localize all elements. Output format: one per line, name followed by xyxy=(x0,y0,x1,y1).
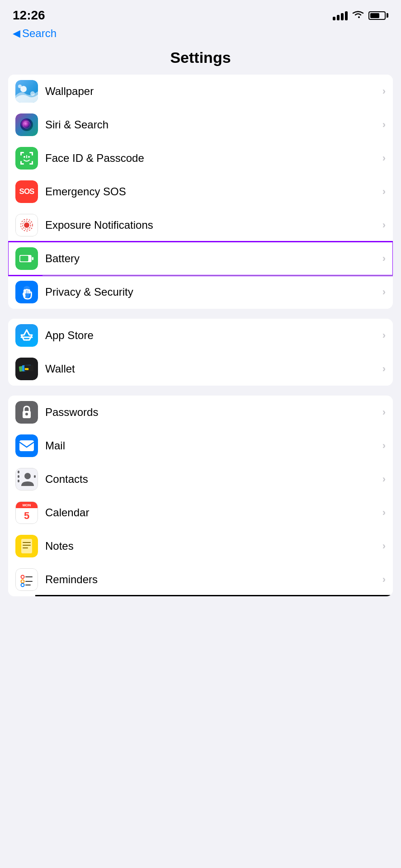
svg-rect-35 xyxy=(34,475,36,478)
calendar-icon: MON 5 xyxy=(15,501,38,524)
sos-icon: SOS xyxy=(15,180,38,203)
svg-rect-21 xyxy=(20,256,28,261)
contacts-chevron-icon: › xyxy=(382,473,386,485)
notes-chevron-icon: › xyxy=(382,540,386,552)
back-chevron-icon: ◀ xyxy=(13,28,20,39)
appstore-icon xyxy=(15,324,38,347)
page-title: Settings xyxy=(0,43,401,75)
calendar-icon-wrapper: MON 5 xyxy=(15,501,38,524)
partial-underline xyxy=(35,595,393,596)
sos-label: Emergency SOS xyxy=(45,185,382,198)
exposure-label: Exposure Notifications xyxy=(45,219,382,231)
contacts-icon xyxy=(15,468,38,491)
svg-rect-32 xyxy=(18,471,19,473)
back-nav[interactable]: ◀ Search xyxy=(0,27,401,43)
reminders-chevron-icon: › xyxy=(382,574,386,585)
svg-rect-13 xyxy=(32,161,33,165)
mail-chevron-icon: › xyxy=(382,440,386,452)
svg-rect-22 xyxy=(32,257,34,260)
mail-label: Mail xyxy=(45,439,382,452)
exposure-chevron-icon: › xyxy=(382,219,386,231)
faceid-icon-wrapper xyxy=(15,147,38,170)
settings-group-1: Wallpaper› Siri & Search› xyxy=(8,75,393,309)
passwords-icon-wrapper xyxy=(15,401,38,424)
wifi-icon xyxy=(352,9,364,22)
calendar-chevron-icon: › xyxy=(382,507,386,519)
faceid-icon xyxy=(15,147,38,170)
appstore-label: App Store xyxy=(45,329,382,342)
mail-icon xyxy=(15,434,38,457)
reminders-icon xyxy=(15,568,38,591)
appstore-icon-wrapper xyxy=(15,324,38,347)
settings-group-3: Passwords› Mail› Contacts› MON 5 xyxy=(8,396,393,596)
exposure-icon xyxy=(15,214,38,236)
siri-chevron-icon: › xyxy=(382,119,386,131)
siri-icon-wrapper xyxy=(15,113,38,136)
svg-rect-12 xyxy=(20,161,22,165)
privacy-icon xyxy=(15,281,38,303)
back-link[interactable]: ◀ Search xyxy=(13,27,388,40)
settings-item-passwords[interactable]: Passwords› xyxy=(8,396,393,429)
svg-rect-33 xyxy=(18,475,19,478)
svg-rect-34 xyxy=(18,480,19,482)
settings-group-2: App Store› Wallet› xyxy=(8,319,393,386)
svg-rect-37 xyxy=(21,539,32,553)
mail-icon-wrapper xyxy=(15,434,38,457)
privacy-label: Privacy & Security xyxy=(45,286,382,298)
settings-item-wallpaper[interactable]: Wallpaper› xyxy=(8,75,393,108)
settings-item-notes[interactable]: Notes› xyxy=(8,529,393,563)
contacts-icon-wrapper xyxy=(15,468,38,491)
settings-item-calendar[interactable]: MON 5 Calendar› xyxy=(8,496,393,529)
settings-container: Wallpaper› Siri & Search› xyxy=(0,75,401,596)
notes-label: Notes xyxy=(45,540,382,552)
siri-label: Siri & Search xyxy=(45,118,382,131)
svg-point-2 xyxy=(18,85,22,88)
privacy-icon-wrapper xyxy=(15,281,38,303)
notes-icon-wrapper xyxy=(15,535,38,557)
wallet-label: Wallet xyxy=(45,363,382,375)
svg-point-15 xyxy=(28,156,30,158)
contacts-label: Contacts xyxy=(45,473,382,486)
svg-point-36 xyxy=(24,473,31,479)
settings-item-battery[interactable]: Battery› xyxy=(8,242,393,275)
wallpaper-icon xyxy=(15,80,38,103)
privacy-chevron-icon: › xyxy=(382,286,386,298)
settings-item-privacy[interactable]: Privacy & Security› xyxy=(8,275,393,309)
battery-status-icon xyxy=(368,11,388,20)
battery-chevron-icon: › xyxy=(382,253,386,264)
svg-rect-31 xyxy=(18,469,36,490)
settings-item-appstore[interactable]: App Store› xyxy=(8,319,393,352)
battery-icon-wrapper xyxy=(15,247,38,270)
svg-point-3 xyxy=(30,91,35,96)
settings-item-mail[interactable]: Mail› xyxy=(8,429,393,462)
wallet-icon-wrapper xyxy=(15,358,38,380)
wallet-icon xyxy=(15,358,38,380)
status-icons xyxy=(333,9,388,22)
wallpaper-icon-wrapper xyxy=(15,80,38,103)
svg-rect-30 xyxy=(19,440,34,451)
passwords-icon xyxy=(15,401,38,424)
exposure-icon-wrapper xyxy=(15,214,38,236)
calendar-label: Calendar xyxy=(45,506,382,519)
passwords-chevron-icon: › xyxy=(382,406,386,418)
back-label: Search xyxy=(22,27,57,40)
reminders-icon-wrapper xyxy=(15,568,38,591)
settings-item-contacts[interactable]: Contacts› xyxy=(8,462,393,496)
appstore-chevron-icon: › xyxy=(382,330,386,341)
settings-item-faceid[interactable]: Face ID & Passcode› xyxy=(8,142,393,175)
svg-point-4 xyxy=(20,118,33,131)
svg-point-14 xyxy=(24,156,25,158)
status-bar: 12:26 xyxy=(0,0,401,27)
settings-item-sos[interactable]: SOSEmergency SOS› xyxy=(8,175,393,208)
settings-item-siri[interactable]: Siri & Search› xyxy=(8,108,393,142)
status-time: 12:26 xyxy=(13,8,45,23)
settings-item-reminders[interactable]: Reminders› xyxy=(8,563,393,596)
passwords-label: Passwords xyxy=(45,406,382,419)
svg-rect-11 xyxy=(32,152,33,156)
settings-item-exposure[interactable]: Exposure Notifications› xyxy=(8,208,393,242)
settings-item-wallet[interactable]: Wallet› xyxy=(8,352,393,386)
faceid-label: Face ID & Passcode xyxy=(45,152,382,165)
signal-icon xyxy=(333,10,348,20)
reminders-label: Reminders xyxy=(45,573,382,586)
siri-icon xyxy=(15,113,38,136)
